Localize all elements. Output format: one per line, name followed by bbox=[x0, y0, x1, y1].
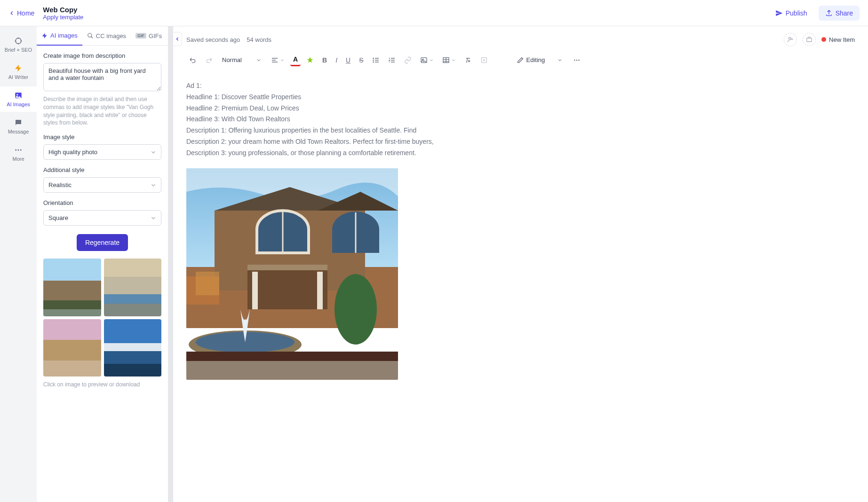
strikethrough-icon: S bbox=[359, 56, 363, 64]
rail-item-more[interactable]: More bbox=[0, 141, 37, 166]
tab-cc-images[interactable]: CC images bbox=[82, 26, 131, 45]
additional-style-select[interactable]: Realistic bbox=[43, 177, 161, 193]
bold-icon: B bbox=[322, 56, 327, 64]
thumbnail-help: Click on image to preview or download bbox=[43, 381, 161, 388]
generated-thumbnail[interactable] bbox=[104, 259, 162, 316]
status-dot-icon bbox=[821, 37, 826, 42]
apply-template-link[interactable]: Apply template bbox=[43, 14, 83, 21]
content-line: Headline 3: With Old Town Realtors bbox=[186, 114, 855, 125]
additional-style-label: Additional style bbox=[43, 166, 161, 173]
underline-button[interactable]: U bbox=[343, 55, 353, 66]
user-plus-icon bbox=[787, 36, 794, 43]
dots-icon bbox=[573, 56, 581, 64]
word-count: 54 words bbox=[247, 36, 271, 43]
regenerate-button[interactable]: Regenerate bbox=[77, 234, 128, 251]
svg-rect-30 bbox=[317, 272, 323, 309]
description-input[interactable] bbox=[43, 63, 161, 91]
collapse-panel-toggle[interactable] bbox=[173, 32, 182, 46]
more-button[interactable] bbox=[570, 55, 583, 66]
editor-area: Saved seconds ago 54 words New Item bbox=[173, 26, 868, 502]
image-icon bbox=[420, 56, 428, 64]
page-title: Web Copy bbox=[43, 6, 83, 14]
rail-item-ai-images[interactable]: AI Images bbox=[0, 86, 37, 112]
bolt-icon bbox=[14, 64, 23, 72]
bolt-icon bbox=[41, 32, 48, 39]
pencil-icon bbox=[517, 57, 524, 63]
document-body[interactable]: Ad 1: Headline 1: Discover Seattle Prope… bbox=[173, 71, 868, 502]
home-link[interactable]: Home bbox=[8, 9, 34, 17]
link-button[interactable] bbox=[401, 55, 414, 66]
svg-point-13 bbox=[422, 59, 423, 60]
undo-icon bbox=[189, 56, 197, 64]
generated-thumbnail[interactable] bbox=[43, 319, 101, 377]
text-color-button[interactable]: A bbox=[290, 54, 301, 66]
add-user-button[interactable] bbox=[784, 33, 797, 46]
image-icon bbox=[14, 91, 23, 100]
panel-scrollbar[interactable] bbox=[168, 26, 173, 502]
editing-mode-select[interactable]: Editing bbox=[512, 55, 568, 65]
redo-button[interactable] bbox=[202, 55, 215, 66]
svg-rect-8 bbox=[807, 38, 812, 42]
bullet-list-icon bbox=[372, 56, 380, 64]
strikethrough-button[interactable]: S bbox=[356, 55, 366, 66]
insert-block-button[interactable] bbox=[478, 55, 491, 66]
chevron-down-icon bbox=[557, 57, 563, 63]
svg-point-11 bbox=[373, 62, 374, 62]
svg-point-4 bbox=[18, 149, 19, 151]
bullet-list-button[interactable] bbox=[369, 55, 382, 66]
generated-thumbnail[interactable] bbox=[104, 319, 162, 377]
search-icon bbox=[87, 32, 94, 39]
align-left-icon bbox=[271, 56, 279, 64]
target-icon bbox=[14, 37, 23, 45]
highlight-button[interactable] bbox=[303, 55, 317, 66]
dots-icon bbox=[14, 146, 23, 154]
description-help: Describe the image in detail and then us… bbox=[43, 95, 161, 127]
numbered-list-button[interactable] bbox=[385, 55, 398, 66]
undo-button[interactable] bbox=[186, 55, 199, 66]
image-style-label: Image style bbox=[43, 133, 161, 141]
orientation-select[interactable]: Square bbox=[43, 210, 161, 226]
image-style-select[interactable]: High quality photo bbox=[43, 144, 161, 160]
numbered-list-icon bbox=[388, 56, 396, 64]
table-button[interactable] bbox=[439, 55, 459, 66]
content-line: Ad 1: bbox=[186, 80, 855, 92]
svg-rect-31 bbox=[247, 265, 327, 270]
rail-item-brief-seo[interactable]: Brief + SEO bbox=[0, 32, 37, 57]
format-select[interactable]: Normal bbox=[218, 55, 265, 65]
svg-point-2 bbox=[16, 94, 18, 95]
rail-item-ai-writer[interactable]: AI Writer bbox=[0, 59, 37, 85]
clear-format-icon bbox=[464, 56, 472, 64]
align-button[interactable] bbox=[268, 55, 287, 66]
home-label: Home bbox=[17, 9, 34, 17]
tab-gifs[interactable]: GIF GIFs bbox=[131, 26, 167, 45]
generated-thumbnail[interactable] bbox=[43, 259, 101, 316]
publish-label: Publish bbox=[786, 9, 807, 17]
editor-toolbar: Normal A B I U S Editing bbox=[173, 49, 868, 71]
format-label: Normal bbox=[222, 56, 242, 63]
insert-image-button[interactable] bbox=[417, 55, 437, 66]
new-item-indicator[interactable]: New Item bbox=[821, 36, 855, 43]
italic-button[interactable]: I bbox=[333, 55, 340, 66]
svg-rect-29 bbox=[252, 272, 258, 309]
publish-button[interactable]: Publish bbox=[769, 6, 814, 21]
chevron-down-icon bbox=[429, 58, 434, 63]
rail-label: AI Writer bbox=[8, 74, 29, 80]
italic-icon: I bbox=[335, 56, 337, 64]
svg-point-7 bbox=[789, 37, 791, 39]
header: Home Web Copy Apply template Publish Sha… bbox=[0, 0, 868, 26]
svg-point-16 bbox=[574, 59, 575, 61]
redo-icon bbox=[205, 56, 213, 64]
rail-label: More bbox=[12, 156, 24, 162]
inserted-image[interactable] bbox=[186, 168, 398, 380]
content-line: Description 3: young professionals, or t… bbox=[186, 148, 855, 159]
svg-rect-36 bbox=[186, 352, 398, 361]
share-button[interactable]: Share bbox=[819, 6, 860, 21]
svg-point-10 bbox=[373, 60, 374, 60]
tab-label: AI images bbox=[50, 32, 78, 39]
underline-icon: U bbox=[346, 56, 350, 64]
bold-button[interactable]: B bbox=[319, 55, 330, 66]
briefcase-button[interactable] bbox=[803, 33, 816, 46]
clear-format-button[interactable] bbox=[462, 55, 475, 66]
tab-ai-images[interactable]: AI images bbox=[37, 26, 82, 46]
rail-item-message[interactable]: Message bbox=[0, 114, 37, 139]
